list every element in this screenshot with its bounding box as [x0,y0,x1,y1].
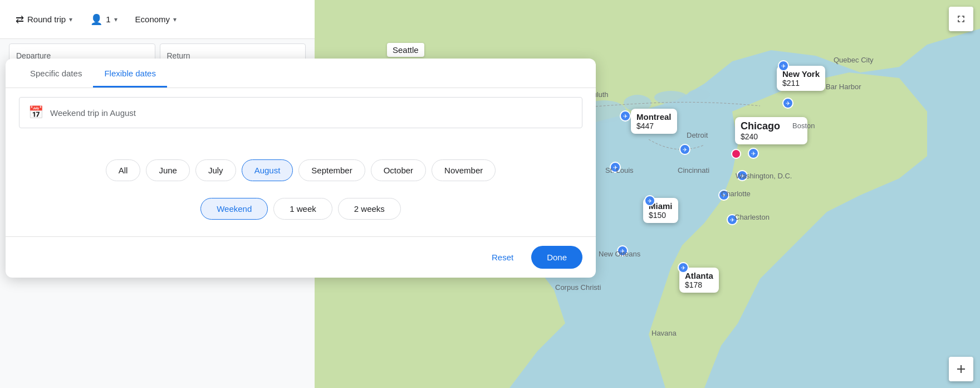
map-label-neworleans: New Orleans [599,250,640,258]
modal-footer: Reset Done [6,237,596,278]
passengers-icon: 👤 [90,13,102,26]
duration-chips-container: Weekend1 week2 weeks [6,192,596,236]
airport-dot-atlanta[interactable]: ✈ [644,195,655,206]
month-chip-september[interactable]: September [298,159,365,181]
month-chip-june[interactable]: June [146,159,190,181]
tab-specific-dates[interactable]: Specific dates [19,59,93,88]
map-label-charleston: Charleston [734,213,770,221]
month-chip-october[interactable]: October [371,159,426,181]
city-price-miami: $178 [685,280,713,289]
round-trip-chevron: ▾ [69,16,72,23]
map-label-boston: Boston [792,122,815,130]
month-chip-november[interactable]: November [432,159,496,181]
city-name-montreal: New York [782,69,820,79]
airport-dot-detroit[interactable]: ✈ [679,144,690,155]
airport-dot-montreal[interactable]: ✈ [778,60,789,71]
seattle-label: Seattle [387,43,424,57]
passengers-label: 1 [106,14,110,24]
month-chip-august[interactable]: August [242,159,293,181]
map-label-cincinnati: Cincinnati [678,166,709,174]
round-trip-label: Round trip [27,14,66,24]
duration-chip-weekend[interactable]: Weekend [200,198,268,220]
class-button[interactable]: Economy ▾ [129,10,184,28]
done-button[interactable]: Done [531,246,582,269]
round-trip-icon: ⇄ [16,13,24,26]
city-price-chicago: $447 [636,122,672,130]
duration-chip-1-week[interactable]: 1 week [273,198,332,220]
month-chips-container: AllJuneJulyAugustSeptemberOctoberNovembe… [6,143,596,192]
calendar-icon: 📅 [28,105,43,120]
toolbar: ⇄ Round trip ▾ 👤 1 ▾ Economy ▾ [0,0,315,39]
date-summary-text: Weekend trip in August [50,108,136,118]
city-price-atlanta: $150 [649,211,673,220]
reset-button[interactable]: Reset [483,247,522,268]
map-label-havana: Havana [651,329,677,337]
round-trip-button[interactable]: ⇄ Round trip ▾ [9,9,79,30]
date-summary-field[interactable]: 📅 Weekend trip in August [19,97,582,128]
city-name-miami: Atlanta [685,271,713,280]
svg-point-5 [688,89,710,100]
month-chip-all[interactable]: All [106,159,141,181]
airport-dot-newyork[interactable]: ✈ [748,148,759,159]
city-name-chicago: Montreal [636,112,672,122]
left-panel: ⇄ Round trip ▾ 👤 1 ▾ Economy ▾ Departure… [0,0,315,388]
expand-map-button[interactable] [949,7,973,31]
map-label-stlouis: St. Louis [605,166,634,174]
city-price-newyork: $240 [741,132,802,141]
passengers-chevron: ▾ [114,16,117,23]
airport-dot-boston[interactable]: ✈ [782,98,793,109]
duration-chip-2-weeks[interactable]: 2 weeks [338,198,401,220]
zoom-in-button[interactable] [949,357,973,381]
city-pin-chicago[interactable]: Montreal $447 [631,109,677,134]
modal-tabs: Specific dates Flexible dates [6,59,596,88]
map-label-barharbor: Bar Harbor [826,83,861,91]
city-price-montreal: $211 [782,79,820,88]
map-label-quebec: Quebec City [834,56,874,64]
airport-dot-miami[interactable]: ✈ [678,262,689,273]
map-label-corpuschristi: Corpus Christi [555,283,601,292]
class-chevron: ▾ [173,16,177,23]
month-chip-july[interactable]: July [195,159,236,181]
passengers-button[interactable]: 👤 1 ▾ [84,9,124,30]
map-label-detroit: Detroit [687,131,708,139]
tab-flexible-dates[interactable]: Flexible dates [93,59,167,88]
class-label: Economy [135,14,170,24]
date-picker-modal: Specific dates Flexible dates 📅 Weekend … [6,59,596,278]
map-label-charlotte: Charlotte [721,190,751,198]
map-label-dc: Washington, D.C. [736,172,792,180]
airport-dot-chicago[interactable]: ✈ [620,110,631,122]
origin-dot [731,149,741,159]
